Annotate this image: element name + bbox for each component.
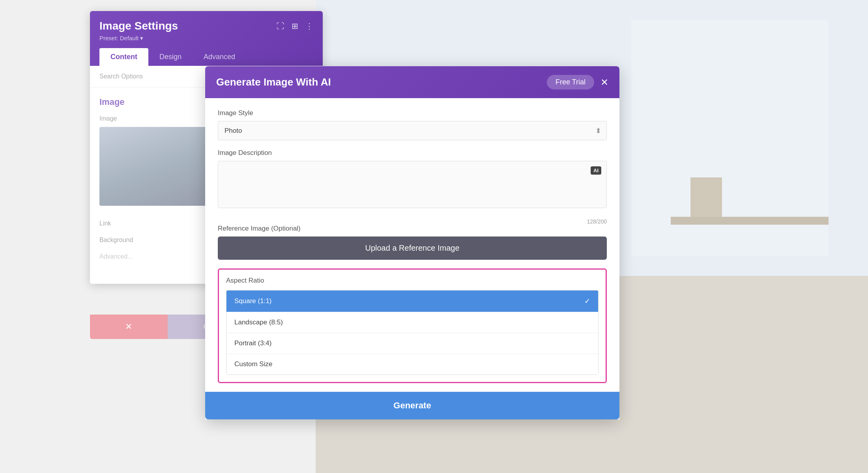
char-count: 128/200 bbox=[218, 218, 607, 225]
settings-title: Image Settings bbox=[99, 20, 178, 32]
settings-header-icons: ⛶ ⊞ ⋮ bbox=[277, 21, 313, 31]
fullscreen-icon[interactable]: ⛶ bbox=[277, 22, 284, 31]
dropdown-item-landscape[interactable]: Landscape (8:5) bbox=[226, 312, 598, 333]
description-wrapper: AI bbox=[218, 161, 607, 210]
dropdown-item-square[interactable]: Square (1:1) ✓ bbox=[226, 291, 598, 312]
tab-advanced[interactable]: Advanced bbox=[193, 48, 246, 66]
modal-header-right: Free Trial ✕ bbox=[547, 75, 608, 89]
ai-badge: AI bbox=[591, 166, 601, 175]
svg-rect-5 bbox=[671, 217, 829, 225]
check-icon: ✓ bbox=[584, 297, 590, 305]
aspect-ratio-dropdown: Square (1:1) ✓ Landscape (8:5) Portrait … bbox=[226, 290, 599, 375]
dropdown-item-portrait[interactable]: Portrait (3:4) bbox=[226, 333, 598, 354]
preset-label[interactable]: Preset: Default ▾ bbox=[99, 35, 313, 42]
modal-body: Image Style Photo ⬍ Image Description AI… bbox=[205, 98, 619, 419]
modal-title: Generate Image With AI bbox=[216, 76, 331, 88]
aspect-ratio-title: Aspect Ratio bbox=[226, 277, 599, 285]
settings-tabs: Content Design Advanced bbox=[99, 48, 313, 66]
dropdown-item-custom[interactable]: Custom Size bbox=[226, 354, 598, 374]
cancel-button[interactable]: ✕ bbox=[90, 315, 168, 339]
tab-design[interactable]: Design bbox=[148, 48, 193, 66]
generate-button[interactable]: Generate bbox=[205, 392, 619, 419]
generate-image-modal: Generate Image With AI Free Trial ✕ Imag… bbox=[205, 66, 619, 419]
upload-reference-image-button[interactable]: Upload a Reference Image bbox=[218, 236, 607, 260]
reference-image-label: Reference Image (Optional) bbox=[218, 225, 607, 233]
free-trial-badge[interactable]: Free Trial bbox=[547, 75, 594, 89]
aspect-ratio-section: Aspect Ratio Square (1:1) ✓ Landscape (8… bbox=[218, 268, 607, 383]
tab-content[interactable]: Content bbox=[99, 48, 148, 66]
modal-close-button[interactable]: ✕ bbox=[600, 77, 608, 88]
image-description-label: Image Description bbox=[218, 149, 607, 157]
settings-header: Image Settings ⛶ ⊞ ⋮ Preset: Default ▾ C… bbox=[90, 11, 323, 66]
svg-rect-6 bbox=[690, 177, 722, 217]
image-style-select[interactable]: Photo bbox=[218, 121, 607, 140]
image-style-select-wrapper: Photo ⬍ bbox=[218, 121, 607, 140]
columns-icon[interactable]: ⊞ bbox=[292, 21, 298, 31]
more-icon[interactable]: ⋮ bbox=[305, 21, 313, 31]
settings-header-top: Image Settings ⛶ ⊞ ⋮ bbox=[99, 20, 313, 32]
image-style-label: Image Style bbox=[218, 109, 607, 117]
modal-header: Generate Image With AI Free Trial ✕ bbox=[205, 66, 619, 98]
image-description-textarea[interactable] bbox=[218, 161, 607, 208]
search-placeholder-text: Search Options bbox=[99, 73, 143, 80]
